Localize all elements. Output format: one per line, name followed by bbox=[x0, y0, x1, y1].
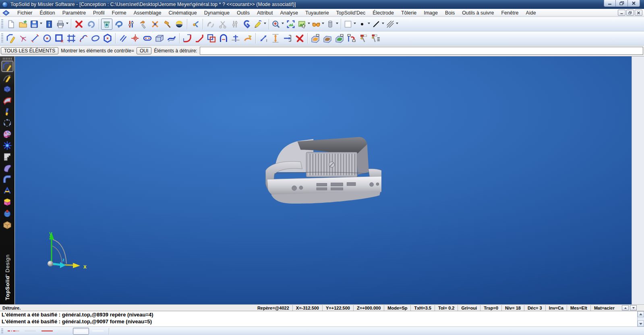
chamfer-icon[interactable] bbox=[194, 33, 205, 44]
new-document-icon[interactable] bbox=[5, 19, 17, 30]
toolbar-grip[interactable] bbox=[1, 19, 3, 29]
line-style-dropdown[interactable] bbox=[382, 23, 384, 25]
hatch-style-dropdown[interactable] bbox=[396, 23, 398, 25]
view-glasses-icon[interactable] bbox=[311, 19, 325, 30]
hatch-style-icon[interactable] bbox=[385, 19, 399, 30]
log-scroll-down-button[interactable] bbox=[630, 305, 637, 310]
coordinate-system-icon[interactable] bbox=[189, 19, 201, 30]
fillet-icon[interactable] bbox=[182, 33, 193, 44]
sidebar-grip[interactable] bbox=[3, 58, 12, 60]
menu-outils[interactable]: Outils bbox=[233, 9, 253, 17]
polygon-icon[interactable] bbox=[102, 33, 113, 44]
spline-icon[interactable] bbox=[78, 33, 89, 44]
status-field-tol[interactable]: Tol= 0.2 bbox=[435, 305, 458, 311]
trim-icon[interactable] bbox=[206, 33, 217, 44]
status-field-niv[interactable]: Niv= 18 bbox=[501, 305, 524, 311]
zoom-dropdown[interactable] bbox=[282, 23, 284, 25]
print-dropdown[interactable] bbox=[66, 23, 68, 25]
color-swatch-icon[interactable] bbox=[343, 19, 356, 30]
menu-attribut[interactable]: Attribut bbox=[253, 9, 277, 17]
shading-mode-icon[interactable] bbox=[174, 19, 185, 30]
save-dropdown[interactable] bbox=[40, 23, 42, 25]
truck-hood-model[interactable] bbox=[253, 132, 381, 210]
all-elements-button[interactable]: TOUS LES ÉLÉMENTS bbox=[1, 47, 58, 54]
sidebar-molding-icon[interactable] bbox=[2, 151, 13, 162]
sidebar-freeform-icon[interactable] bbox=[2, 162, 13, 173]
sidebar-shape-icon[interactable] bbox=[2, 83, 13, 94]
status-field-mes[interactable]: Mes=Elt bbox=[567, 305, 590, 311]
menu-fichier[interactable]: Fichier bbox=[14, 9, 36, 17]
menu-bois[interactable]: Bois bbox=[441, 9, 458, 17]
status-field-mat[interactable]: Mat=acier bbox=[590, 305, 618, 311]
status-field-txh[interactable]: TxH=3.5 bbox=[410, 305, 435, 311]
image-capture-dropdown[interactable] bbox=[308, 23, 310, 25]
menu-dition[interactable]: Édition bbox=[36, 9, 59, 17]
mdi-close-button[interactable] bbox=[635, 10, 642, 16]
ellipse-icon[interactable] bbox=[90, 33, 101, 44]
oui-toggle-button[interactable]: OUI bbox=[137, 47, 151, 54]
annotation-pen-icon[interactable] bbox=[253, 19, 267, 30]
sidebar-piping-icon[interactable] bbox=[2, 174, 13, 185]
sidebar-surface-icon[interactable] bbox=[2, 95, 13, 106]
linestyle-light-button[interactable] bbox=[56, 328, 72, 335]
linestyle-white-button[interactable] bbox=[73, 328, 89, 335]
frame-icon[interactable] bbox=[66, 33, 77, 44]
menu-param-tre[interactable]: Paramètre bbox=[59, 9, 89, 17]
open-folder-icon[interactable] bbox=[17, 19, 29, 30]
log-scroll-up-button[interactable] bbox=[622, 305, 629, 310]
offset-icon[interactable] bbox=[218, 33, 229, 44]
delete-constraint-icon[interactable] bbox=[294, 33, 305, 44]
close-button[interactable] bbox=[628, 0, 640, 7]
vertical-dimension-icon[interactable] bbox=[270, 33, 281, 44]
menu-aide[interactable]: Aide bbox=[522, 9, 540, 17]
face-icon[interactable] bbox=[154, 33, 165, 44]
scrollbar-up-icon[interactable] bbox=[638, 311, 644, 317]
circle-icon[interactable] bbox=[41, 33, 53, 44]
menu-lectrode[interactable]: Électrode bbox=[369, 9, 398, 17]
menu-forme[interactable]: Forme bbox=[108, 9, 130, 17]
image-capture-icon[interactable] bbox=[297, 19, 311, 30]
sketch-icon[interactable] bbox=[5, 33, 17, 44]
sidebar-pattern-icon[interactable] bbox=[2, 117, 13, 128]
status-field-x[interactable]: X=-312.500 bbox=[292, 305, 322, 311]
linestyle-dashdot-red-button[interactable] bbox=[5, 328, 21, 335]
curve-on-surface-icon[interactable] bbox=[166, 33, 177, 44]
point-style-dropdown[interactable] bbox=[368, 23, 370, 25]
menu-tuyauterie[interactable]: Tuyauterie bbox=[302, 9, 333, 17]
menu-topsolid-dec[interactable]: TopSolid'Dec bbox=[333, 9, 369, 17]
status-field-mode[interactable]: Mode=Sp bbox=[384, 305, 410, 311]
render-mode-icon[interactable] bbox=[325, 19, 339, 30]
measure-icon[interactable] bbox=[258, 33, 269, 44]
delete-icon[interactable] bbox=[73, 19, 85, 30]
limit-icon[interactable] bbox=[230, 33, 241, 44]
menu-profil[interactable]: Profil bbox=[89, 9, 108, 17]
document-info-icon[interactable] bbox=[43, 19, 55, 30]
status-field-y[interactable]: Y=+122.500 bbox=[322, 305, 353, 311]
line-style-icon[interactable] bbox=[371, 19, 385, 30]
zoom-icon[interactable] bbox=[271, 19, 284, 30]
modify-element-icon[interactable] bbox=[113, 19, 124, 30]
sidebar-electrode-icon[interactable] bbox=[2, 208, 13, 218]
toolbar-grip[interactable] bbox=[1, 33, 3, 43]
sidebar-explode-icon[interactable] bbox=[2, 140, 13, 151]
toolbar-grip[interactable] bbox=[1, 329, 3, 334]
destroy-elements-icon[interactable] bbox=[101, 19, 112, 30]
minimize-button[interactable] bbox=[604, 0, 616, 7]
view-glasses-dropdown[interactable] bbox=[322, 23, 324, 25]
sidebar-3d-sketch-icon[interactable] bbox=[2, 72, 13, 83]
parallel-curve-icon[interactable] bbox=[118, 33, 129, 44]
linestyle-white2-button[interactable] bbox=[90, 328, 106, 335]
horizontal-dimension-icon[interactable] bbox=[282, 33, 293, 44]
undo-icon[interactable] bbox=[85, 19, 97, 30]
color-swatch-dropdown[interactable] bbox=[354, 23, 356, 25]
tool-axis-icon[interactable] bbox=[358, 33, 369, 44]
sidebar-attribute-icon[interactable] bbox=[2, 106, 13, 117]
menu-cin-matique[interactable]: Cinématique bbox=[165, 9, 201, 17]
status-field-gri[interactable]: Gri=oui bbox=[458, 305, 480, 311]
viewport-3d[interactable]: y x z bbox=[14, 56, 632, 304]
mdi-restore-button[interactable] bbox=[626, 10, 634, 16]
status-field-d-c[interactable]: Déc= 3 bbox=[524, 305, 545, 311]
edit-curve-icon[interactable] bbox=[242, 33, 253, 44]
save-icon[interactable] bbox=[29, 19, 43, 30]
small-tool-icon[interactable] bbox=[162, 19, 173, 30]
